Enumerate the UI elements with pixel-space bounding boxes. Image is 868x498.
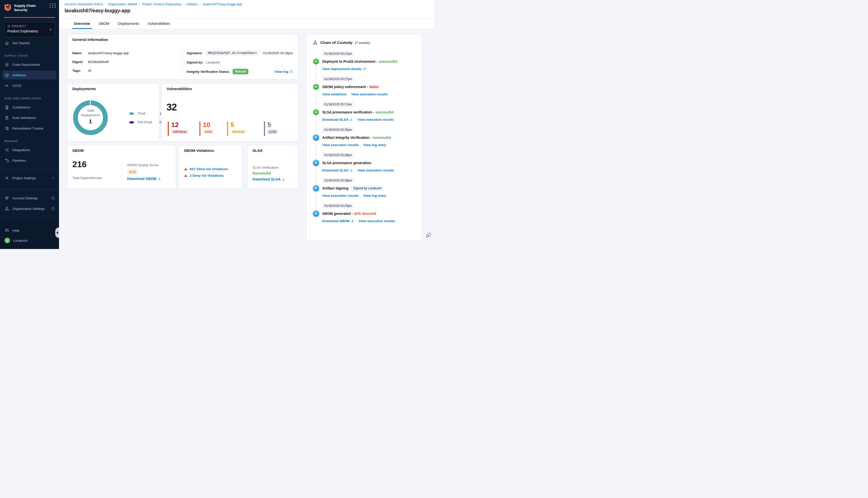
supply-chain-security-logo-icon (4, 3, 12, 12)
ssca-icon (314, 135, 318, 140)
tab-vulnerabilities[interactable]: Vulnerabilities (147, 18, 171, 29)
sidebar-divider (0, 170, 59, 170)
sidebar-item-remediation-tracker[interactable]: Remediation Tracker (0, 123, 59, 133)
view-execution-results-link[interactable]: View execution results (322, 194, 359, 198)
sbom-quality-score-badge: 6.13 (127, 169, 138, 175)
view-execution-results-link[interactable]: View execution results (322, 143, 359, 147)
info-icon[interactable] (51, 207, 55, 211)
sbom-quality-score-label: SBOM Quality Score (127, 163, 158, 167)
app-grid-icon[interactable] (49, 2, 57, 9)
brand-title: Supply Chain Security (14, 3, 36, 12)
sidebar-item-label: CI/CD (12, 84, 22, 88)
download-slsa-link[interactable]: Download SLSA (322, 168, 353, 172)
sidebar-item-account-settings[interactable]: Account Settings (0, 193, 59, 203)
view-execution-results-link[interactable]: View execution results (358, 118, 394, 121)
user-avatar: L (4, 238, 10, 243)
view-violations-link[interactable]: View violations (322, 92, 347, 96)
sidebar-item-help[interactable]: Help (0, 225, 59, 235)
severity-count: 10 (203, 121, 214, 128)
violation-row: 2 Deny list Violations (184, 174, 228, 178)
breadcrumb-link[interactable]: Project: Product Exploratory (142, 2, 181, 6)
view-execution-results-link[interactable]: View execution results (351, 92, 388, 96)
tab-deployments[interactable]: Deployments (117, 18, 140, 29)
sidebar-item-get-started[interactable]: Get Started (0, 38, 59, 48)
sidebar-item-rule-definitions[interactable]: Rule Definitions (0, 113, 59, 123)
view-log-entry-link[interactable]: View log entry (363, 143, 386, 147)
sidebar-item-organization-settings[interactable]: Organization Settings (0, 203, 59, 214)
card-title: SBOM Violations (184, 148, 214, 153)
event-links: View execution resultsView log entry (322, 143, 417, 147)
view-log-entry-link[interactable]: View log entry (363, 194, 386, 198)
signed-by-label: Signed by: (186, 61, 203, 64)
sidebar-item-label: Rule Definitions (12, 116, 36, 120)
severity-badge: HIGH (203, 130, 214, 134)
ssca-icon (313, 160, 319, 166)
event-links: View deployment details (322, 67, 417, 71)
breadcrumb-link[interactable]: Artifacts (186, 2, 198, 6)
sidebar-item-integrations[interactable]: Integrations (0, 145, 59, 155)
event-title: Artifact SigningSigned by Lavakush (322, 185, 384, 191)
sidebar-footer: Help L Lavakush (0, 222, 59, 249)
legend-label: Prod (138, 112, 154, 116)
tabbar: OverviewSBOMDeploymentsVulnerabilities (59, 18, 434, 29)
chat-bubbles-icon[interactable] (425, 232, 432, 238)
download-sbom-link[interactable]: Download SBOM (322, 219, 354, 223)
breadcrumb-link[interactable]: Account: Automation-SSCA (65, 2, 103, 6)
gear-icon (4, 176, 9, 181)
event-timestamp: 01/16/2025 03:25pm (322, 203, 354, 208)
digest-value: 8d23bd3b5d8f (88, 60, 109, 64)
project-selector[interactable]: PROJECT Product Exploratory (4, 22, 55, 37)
sidebar-item-project-settings[interactable]: Project Settings (0, 173, 59, 183)
sbom-total-dependencies-value: 216 (72, 159, 87, 169)
sidebar-item-ci-cd[interactable]: CI/CD (0, 80, 59, 91)
breadcrumb-link[interactable]: Organization: default (108, 2, 137, 6)
sidebar-divider (0, 190, 59, 190)
sidebar-collapse-handle[interactable] (55, 227, 59, 238)
severity-block-high: 10HIGH (199, 121, 214, 136)
user-name: Lavakush (13, 239, 28, 243)
sbom-card: SBOM 216 Total Dependencies SBOM Quality… (67, 145, 176, 189)
severity-count: 5 (231, 121, 246, 128)
view-execution-results-link[interactable]: View execution results (358, 168, 394, 172)
external-link-icon (289, 70, 293, 73)
event-timestamp: 01/16/2025 03:26pm (322, 178, 354, 183)
view-deployment-details-link[interactable]: View deployment details (322, 67, 366, 71)
sidebar-item-code-repositories[interactable]: Code Repositories (0, 59, 59, 70)
topbar: Account: Automation-SSCA›Organization: d… (59, 0, 434, 18)
sbom-violations-card: SBOM Violations 637 Allow list Violation… (179, 145, 242, 189)
home-icon (4, 41, 9, 45)
card-title: General Information (72, 37, 108, 42)
info-icon[interactable] (51, 196, 55, 200)
download-sbom-link[interactable]: Download SBOM (127, 177, 161, 181)
violation-link[interactable]: 2 Deny list Violations (190, 174, 224, 178)
tab-sbom[interactable]: SBOM (98, 18, 110, 29)
cicd-icon (4, 83, 9, 88)
project-cube-icon (7, 25, 11, 28)
event-links: View execution resultsView log entry (322, 194, 417, 198)
sidebar-item-compliance[interactable]: Compliance (0, 102, 59, 113)
violation-link[interactable]: 637 Allow list Violations (190, 167, 228, 171)
digest-label: Digest: (72, 60, 86, 64)
tab-overview[interactable]: Overview (73, 18, 91, 29)
legend-label: Pre Prod (138, 120, 154, 124)
download-slsa-link[interactable]: Download SLSA (252, 177, 285, 181)
event-status: successful (379, 60, 397, 64)
sidebar-item-label: Code Repositories (12, 63, 40, 66)
donut-gap (90, 100, 91, 105)
project-selector-name: Product Exploratory (7, 29, 52, 33)
signature-value[interactable]: MEQCICde2VjIT...bL+2+mqnOXw== (205, 50, 259, 56)
breadcrumb-link[interactable]: lavakush07/easy-buggy-app (203, 2, 242, 6)
breadcrumb-separator: › (139, 2, 140, 6)
integrations-icon (4, 148, 9, 152)
download-slsa-link[interactable]: Download SLSA (322, 118, 353, 121)
tags-value: v5 (88, 69, 91, 73)
sidebar-item-pipelines[interactable]: Pipelines (0, 155, 59, 166)
sidebar-item-artifacts[interactable]: Artifacts (2, 70, 56, 80)
event-timestamp: 01/16/2025 03:26pm (322, 153, 354, 158)
event-timestamp: 01/16/2025 03:26pm (322, 127, 354, 132)
vulnerabilities-total: 32 (167, 102, 177, 113)
event-timestamp: 01/16/2025 03:27pm (322, 77, 354, 82)
view-log-link[interactable]: View log (274, 70, 293, 74)
sidebar-user[interactable]: L Lavakush (0, 235, 59, 246)
view-execution-results-link[interactable]: View execution results (359, 219, 395, 223)
